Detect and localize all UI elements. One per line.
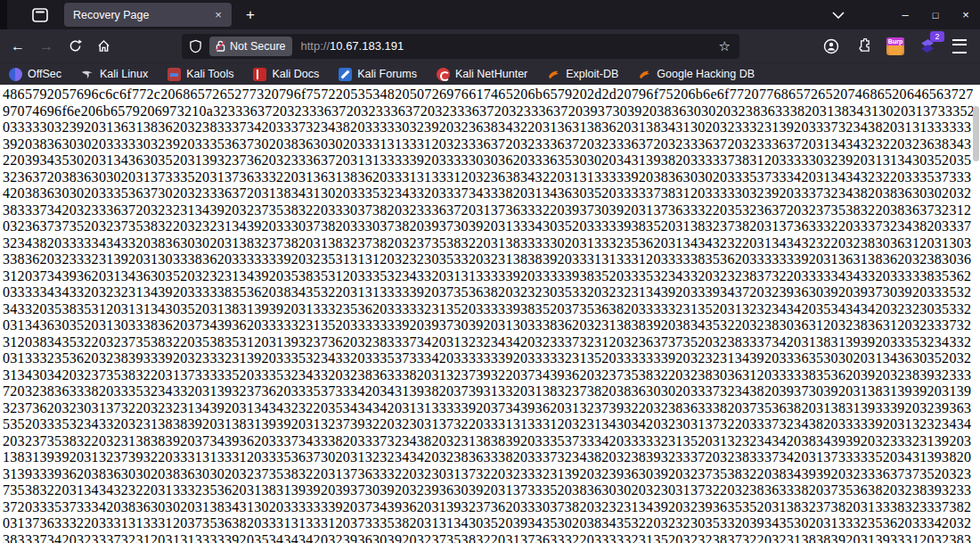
vertical-scrollbar[interactable] bbox=[972, 85, 980, 543]
puzzle-piece-icon bbox=[856, 38, 871, 53]
bookmark-google-hacking-db[interactable]: Google Hacking DB bbox=[638, 65, 755, 83]
firefox-view-button[interactable] bbox=[25, 4, 55, 27]
bookmark-kali-tools[interactable]: Kali Tools bbox=[167, 65, 233, 83]
site-security-chip[interactable]: Not Secure bbox=[209, 37, 292, 56]
toolbar-extensions-area: Burp 2 bbox=[820, 35, 971, 58]
scrollbar-thumb[interactable] bbox=[973, 106, 979, 161]
tab-recovery-page[interactable]: Recovery Page × bbox=[64, 3, 232, 27]
kali-dragon-icon bbox=[81, 68, 94, 81]
hex-dump: 4865792057696c6c6f772c206865726527732079… bbox=[0, 85, 977, 543]
security-chip-label: Not Secure bbox=[230, 40, 286, 53]
kali-forums-icon bbox=[339, 68, 352, 81]
bookmark-exploit-db[interactable]: Exploit-DB bbox=[547, 65, 618, 83]
app-menu-button[interactable] bbox=[948, 35, 971, 58]
foxyproxy-extension-button[interactable]: 2 bbox=[916, 35, 939, 58]
reload-icon bbox=[69, 39, 82, 53]
url-host: 10.67.183.191 bbox=[330, 39, 404, 53]
bookmark-label: Kali NetHunter bbox=[455, 68, 527, 80]
back-arrow-icon: ← bbox=[11, 38, 25, 54]
bookmark-star-icon[interactable]: ☆ bbox=[719, 38, 731, 54]
bookmark-label: Kali Docs bbox=[272, 68, 319, 80]
new-tab-button[interactable]: + bbox=[239, 4, 262, 27]
home-button[interactable] bbox=[91, 34, 116, 59]
close-window-button[interactable]: × bbox=[957, 8, 975, 21]
tracking-protection-shield-icon[interactable] bbox=[189, 39, 202, 53]
bookmark-kali-nethunter[interactable]: Kali NetHunter bbox=[437, 65, 527, 83]
kali-tools-icon bbox=[167, 68, 181, 81]
page-viewport: 4865792057696c6c6f772c206865726527732079… bbox=[0, 85, 980, 543]
extensions-button[interactable] bbox=[852, 35, 875, 58]
forward-button[interactable]: → bbox=[34, 34, 59, 59]
list-all-tabs-button[interactable] bbox=[829, 5, 848, 25]
tab-title: Recovery Page bbox=[73, 9, 210, 21]
maximize-button[interactable]: □ bbox=[927, 10, 944, 21]
minimize-button[interactable]: – bbox=[896, 8, 914, 21]
tab-strip: Recovery Page × + – □ × bbox=[0, 0, 980, 29]
hamburger-menu-icon bbox=[952, 39, 967, 53]
url-text[interactable]: http://10.67.183.191 bbox=[301, 39, 719, 53]
tab-close-icon[interactable]: × bbox=[210, 7, 226, 23]
bookmark-kali-docs[interactable]: Kali Docs bbox=[253, 65, 319, 83]
bookmark-kali-forums[interactable]: Kali Forums bbox=[339, 65, 417, 83]
burp-label: Burp bbox=[886, 37, 904, 45]
offsec-icon bbox=[9, 68, 22, 81]
bookmark-label: OffSec bbox=[28, 68, 61, 80]
google-hacking-db-bird-icon bbox=[638, 68, 651, 81]
bookmark-kali-linux[interactable]: Kali Linux bbox=[81, 65, 148, 83]
window-controls: – □ × bbox=[829, 0, 975, 29]
forward-arrow-icon: → bbox=[39, 38, 53, 54]
exploit-db-bird-icon bbox=[547, 68, 560, 81]
bookmark-label: Kali Forums bbox=[357, 68, 417, 80]
bookmark-label: Google Hacking DB bbox=[657, 68, 755, 80]
insecure-lock-icon bbox=[216, 40, 225, 52]
account-button[interactable] bbox=[820, 35, 843, 58]
account-person-icon bbox=[823, 38, 839, 54]
home-icon bbox=[97, 39, 110, 53]
bookmark-offsec[interactable]: OffSec bbox=[9, 65, 61, 83]
url-scheme: http:// bbox=[301, 39, 331, 53]
bookmarks-toolbar: OffSec Kali Linux Kali Tools Kali Docs K… bbox=[0, 62, 980, 85]
chevron-down-icon bbox=[832, 12, 845, 19]
proxy-count-badge: 2 bbox=[930, 31, 944, 42]
reload-button[interactable] bbox=[62, 34, 87, 59]
firefox-view-icon bbox=[32, 8, 48, 22]
back-button[interactable]: ← bbox=[5, 34, 30, 59]
navigation-toolbar: ← → Not Secure http://10.67.183.191 ☆ bbox=[0, 29, 980, 62]
burp-suite-extension-button[interactable]: Burp bbox=[884, 35, 907, 58]
url-bar[interactable]: Not Secure http://10.67.183.191 ☆ bbox=[182, 34, 739, 59]
burp-suite-icon: Burp bbox=[886, 37, 904, 55]
kali-nethunter-icon bbox=[437, 68, 450, 81]
bookmark-label: Exploit-DB bbox=[566, 68, 618, 80]
window-edge bbox=[0, 0, 7, 29]
bookmark-label: Kali Linux bbox=[100, 68, 148, 80]
kali-docs-icon bbox=[253, 68, 266, 81]
bookmark-label: Kali Tools bbox=[186, 68, 233, 80]
